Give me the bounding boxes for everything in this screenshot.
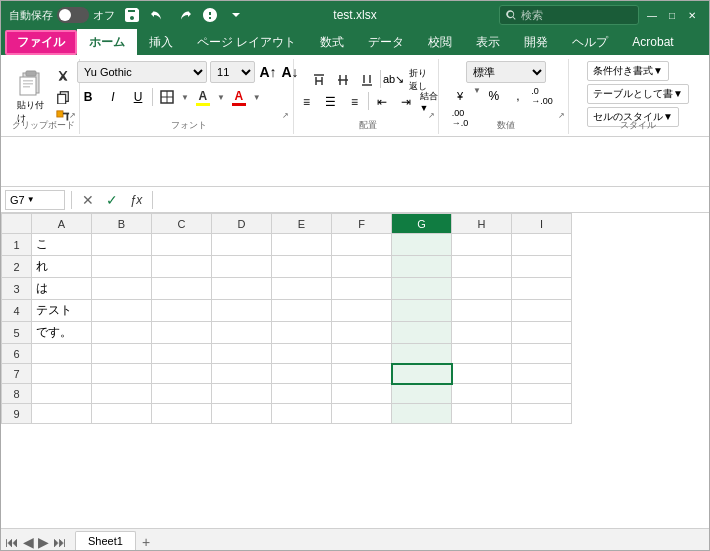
cell-H6[interactable] xyxy=(452,344,512,364)
cell-B8[interactable] xyxy=(92,384,152,404)
cell-B1[interactable] xyxy=(92,234,152,256)
merge-button[interactable]: 結合▼ xyxy=(419,92,441,112)
cell-G1[interactable] xyxy=(392,234,452,256)
help-icon[interactable] xyxy=(201,6,219,24)
cell-E6[interactable] xyxy=(272,344,332,364)
cell-D2[interactable] xyxy=(212,256,272,278)
tab-formulas[interactable]: 数式 xyxy=(308,29,356,55)
cell-A3[interactable]: は xyxy=(32,278,92,300)
row-header-7[interactable]: 7 xyxy=(2,364,32,384)
cell-F6[interactable] xyxy=(332,344,392,364)
cell-G7[interactable] xyxy=(392,364,452,384)
cell-ref-dropdown-icon[interactable]: ▼ xyxy=(27,195,35,204)
cell-H7[interactable] xyxy=(452,364,512,384)
cell-A2[interactable]: れ xyxy=(32,256,92,278)
cell-F4[interactable] xyxy=(332,300,392,322)
cell-E3[interactable] xyxy=(272,278,332,300)
indent-decrease-button[interactable]: ⇤ xyxy=(371,92,393,112)
cell-H8[interactable] xyxy=(452,384,512,404)
cell-D8[interactable] xyxy=(212,384,272,404)
tab-home[interactable]: ホーム xyxy=(77,29,137,55)
align-center-button[interactable]: ☰ xyxy=(320,92,342,112)
col-header-a[interactable]: A xyxy=(32,214,92,234)
row-header-4[interactable]: 4 xyxy=(2,300,32,322)
cell-A5[interactable]: です。 xyxy=(32,322,92,344)
close-button[interactable]: ✕ xyxy=(683,8,701,22)
fill-color-button[interactable]: A xyxy=(192,85,214,109)
comma-button[interactable]: , xyxy=(507,86,529,106)
tab-review[interactable]: 校閲 xyxy=(416,29,464,55)
cell-I3[interactable] xyxy=(512,278,572,300)
cell-G9[interactable] xyxy=(392,404,452,424)
cell-A9[interactable] xyxy=(32,404,92,424)
row-header-5[interactable]: 5 xyxy=(2,322,32,344)
cell-B7[interactable] xyxy=(92,364,152,384)
cell-A8[interactable] xyxy=(32,384,92,404)
cell-E2[interactable] xyxy=(272,256,332,278)
cell-E1[interactable] xyxy=(272,234,332,256)
cell-D7[interactable] xyxy=(212,364,272,384)
cell-D9[interactable] xyxy=(212,404,272,424)
text-angle-button[interactable]: ab↘ xyxy=(383,70,405,90)
cell-C7[interactable] xyxy=(152,364,212,384)
font-size-select[interactable]: 11 xyxy=(210,61,255,83)
accounting-dropdown[interactable]: ▼ xyxy=(473,86,481,106)
cell-I9[interactable] xyxy=(512,404,572,424)
cell-I7[interactable] xyxy=(512,364,572,384)
row-header-6[interactable]: 6 xyxy=(2,344,32,364)
font-increase-button[interactable]: A↑ xyxy=(258,61,278,83)
cell-A7[interactable] xyxy=(32,364,92,384)
alignment-expand-icon[interactable]: ↗ xyxy=(426,110,436,120)
cell-G5[interactable] xyxy=(392,322,452,344)
paste-button[interactable]: 貼り付け xyxy=(13,67,49,127)
corner-header[interactable] xyxy=(2,214,32,234)
percent-button[interactable]: % xyxy=(483,86,505,106)
tab-insert[interactable]: 挿入 xyxy=(137,29,185,55)
cell-H2[interactable] xyxy=(452,256,512,278)
cell-D5[interactable] xyxy=(212,322,272,344)
align-top-button[interactable] xyxy=(308,70,330,90)
cell-D3[interactable] xyxy=(212,278,272,300)
cell-H4[interactable] xyxy=(452,300,512,322)
tab-data[interactable]: データ xyxy=(356,29,416,55)
minimize-button[interactable]: — xyxy=(643,8,661,22)
cell-F7[interactable] xyxy=(332,364,392,384)
cell-C9[interactable] xyxy=(152,404,212,424)
cell-F3[interactable] xyxy=(332,278,392,300)
cell-I4[interactable] xyxy=(512,300,572,322)
cell-D6[interactable] xyxy=(212,344,272,364)
search-box[interactable] xyxy=(499,5,639,25)
fill-color-dropdown[interactable]: ▼ xyxy=(217,93,225,102)
cell-D1[interactable] xyxy=(212,234,272,256)
align-bottom-button[interactable] xyxy=(356,70,378,90)
cell-B5[interactable] xyxy=(92,322,152,344)
cell-reference-box[interactable]: G7 ▼ xyxy=(5,190,65,210)
cell-B6[interactable] xyxy=(92,344,152,364)
cell-E4[interactable] xyxy=(272,300,332,322)
row-header-1[interactable]: 1 xyxy=(2,234,32,256)
cell-F8[interactable] xyxy=(332,384,392,404)
sheet-nav-last[interactable]: ⏭ xyxy=(53,534,67,550)
cell-I6[interactable] xyxy=(512,344,572,364)
col-header-c[interactable]: C xyxy=(152,214,212,234)
row-header-8[interactable]: 8 xyxy=(2,384,32,404)
col-header-d[interactable]: D xyxy=(212,214,272,234)
cell-C3[interactable] xyxy=(152,278,212,300)
indent-increase-button[interactable]: ⇥ xyxy=(395,92,417,112)
font-expand-icon[interactable]: ↗ xyxy=(281,110,291,120)
cell-A1[interactable]: こ xyxy=(32,234,92,256)
wrap-text-button[interactable]: 折り返し xyxy=(407,70,429,90)
sheet-tab-1[interactable]: Sheet1 xyxy=(75,531,136,550)
cell-E8[interactable] xyxy=(272,384,332,404)
cell-D4[interactable] xyxy=(212,300,272,322)
cell-H3[interactable] xyxy=(452,278,512,300)
redo-icon[interactable] xyxy=(175,6,193,24)
col-header-i[interactable]: I xyxy=(512,214,572,234)
cell-C2[interactable] xyxy=(152,256,212,278)
cell-I8[interactable] xyxy=(512,384,572,404)
cell-G3[interactable] xyxy=(392,278,452,300)
cell-I2[interactable] xyxy=(512,256,572,278)
confirm-formula-button[interactable]: ✓ xyxy=(102,190,122,210)
save-icon[interactable] xyxy=(123,6,141,24)
cell-H1[interactable] xyxy=(452,234,512,256)
